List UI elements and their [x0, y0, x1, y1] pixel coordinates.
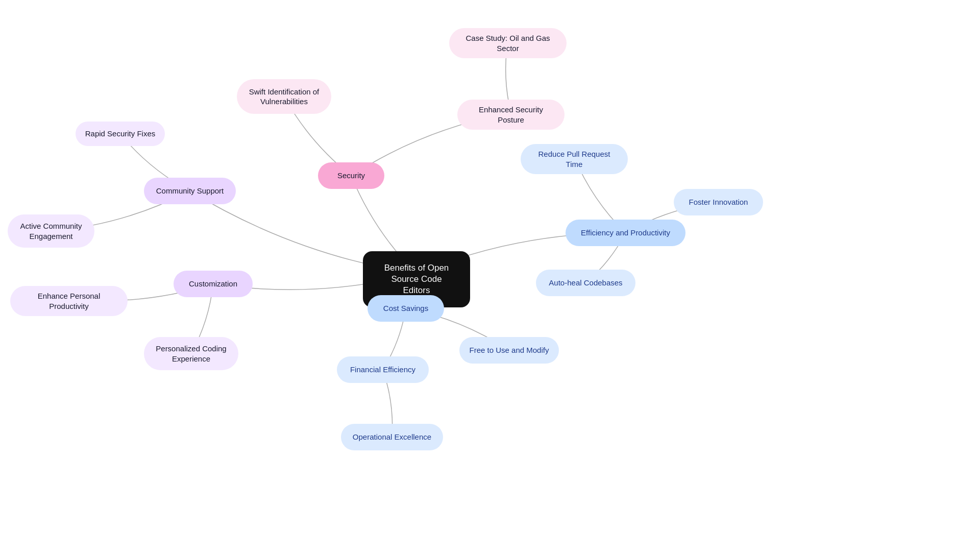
- node-free-use: Free to Use and Modify: [459, 337, 559, 364]
- node-efficiency: Efficiency and Productivity: [566, 220, 685, 246]
- node-personalized: Personalized Coding Experience: [144, 337, 238, 370]
- node-op-excellence: Operational Excellence: [341, 424, 443, 450]
- node-rapid-fix: Rapid Security Fixes: [76, 122, 165, 146]
- nodes-container: Benefits of Open Source Code EditorsSecu…: [0, 0, 980, 553]
- node-swift-id: Swift Identification of Vulnerabilities: [237, 79, 331, 114]
- node-financial-eff: Financial Efficiency: [337, 356, 429, 383]
- node-reduce-pr: Reduce Pull Request Time: [521, 144, 628, 174]
- node-enhance-prod: Enhance Personal Productivity: [10, 286, 128, 316]
- node-active-community: Active Community Engagement: [8, 214, 94, 248]
- node-customization: Customization: [174, 271, 253, 297]
- node-cost-savings: Cost Savings: [368, 295, 444, 322]
- node-enhanced-sec: Enhanced Security Posture: [457, 100, 565, 130]
- node-foster-inn: Foster Innovation: [674, 189, 763, 215]
- node-security: Security: [318, 162, 384, 189]
- node-case-study: Case Study: Oil and Gas Sector: [449, 28, 567, 58]
- node-community: Community Support: [144, 178, 236, 204]
- node-auto-heal: Auto-heal Codebases: [536, 270, 635, 296]
